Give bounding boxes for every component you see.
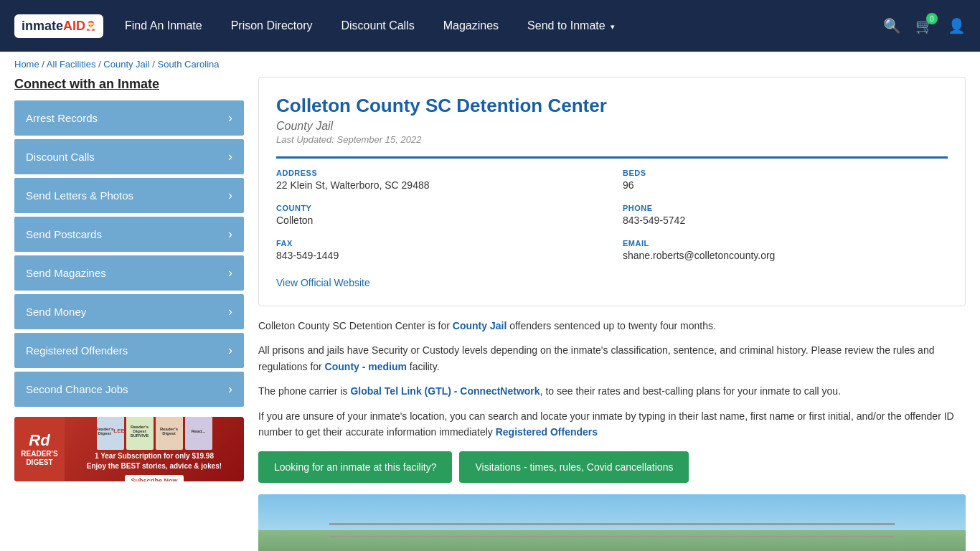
sidebar-arrow-registered-offenders: › [228,343,232,358]
nav-link-send-to-inmate[interactable]: Send to Inmate ▾ [527,19,615,32]
breadcrumb: Home / All Facilities / County Jail / So… [0,52,980,77]
gtl-link[interactable]: Global Tel Link (GTL) - ConnectNetwork [350,385,540,397]
county-block: COUNTY Colleton [276,204,601,226]
sidebar-item-send-letters-photos[interactable]: Send Letters & Photos › [14,178,244,213]
action-buttons: Looking for an inmate at this facility? … [258,451,966,483]
facility-card: Colleton County SC Detention Center Coun… [258,77,966,306]
sidebar-arrow-second-chance-jobs: › [228,382,232,397]
logo-text-inmate: inmate [22,19,63,34]
beds-block: BEDS 96 [623,169,948,191]
navbar: inmate AID 🎅 Find An Inmate Prison Direc… [0,0,980,52]
desc-para4-pre: If you are unsure of your inmate's locat… [258,410,954,438]
logo-box: inmate AID 🎅 [14,14,103,38]
description-para-1: Colleton County SC Detention Center is f… [258,318,966,334]
logo-text-aid: AID [63,19,85,34]
address-block: ADDRESS 22 Klein St, Walterboro, SC 2948… [276,169,601,191]
email-block: EMAIL shane.roberts@colletoncounty.org [623,239,948,261]
sidebar-arrow-arrest-records: › [228,110,232,126]
breadcrumb-home[interactable]: Home [14,59,39,70]
description-para-2: All prisons and jails have Security or C… [258,342,966,375]
nav-icons: 🔍 🛒 0 👤 [883,17,966,34]
sidebar-item-send-magazines[interactable]: Send Magazines › [14,255,244,291]
ad-book-1: Reader'sDigestLEE [97,417,124,450]
beds-label: BEDS [623,169,948,177]
address-value: 22 Klein St, Walterboro, SC 29488 [276,179,601,191]
sidebar-ad: Rd READER'S DIGEST Reader'sDigestLEE Rea… [14,417,244,481]
user-button[interactable]: 👤 [948,17,966,34]
ad-rd-abbreviation: Rd [29,431,50,450]
cart-button[interactable]: 🛒 0 [915,17,933,34]
facility-name: Colleton County SC Detention Center [276,95,948,117]
ad-covers: Reader'sDigestLEE Reader'sDigestSURVIVE … [65,417,244,481]
sidebar-item-discount-calls[interactable]: Discount Calls › [14,139,244,174]
nav-item-prison-directory[interactable]: Prison Directory [231,19,313,32]
sidebar-arrow-send-postcards: › [228,227,232,242]
desc-para1-pre: Colleton County SC Detention Center is f… [258,320,453,331]
sidebar-label-discount-calls: Discount Calls [26,151,95,163]
county-value: Colleton [276,215,601,226]
phone-value: 843-549-5742 [623,215,948,226]
send-to-inmate-dropdown-icon: ▾ [611,22,615,31]
sidebar-label-second-chance-jobs: Second Chance Jobs [26,383,128,395]
ad-subscribe-button[interactable]: Subscribe Now [125,475,183,482]
address-label: ADDRESS [276,169,601,177]
email-value: shane.roberts@colletoncounty.org [623,250,948,261]
logo-hat-icon: 🎅 [85,21,96,31]
county-medium-link[interactable]: County - medium [325,361,407,372]
find-inmate-button[interactable]: Looking for an inmate at this facility? [258,451,452,483]
facility-type: County Jail [276,120,948,133]
desc-para1-post: offenders sentenced up to twenty four mo… [507,320,716,331]
nav-item-send-to-inmate[interactable]: Send to Inmate ▾ [527,19,615,32]
breadcrumb-county-jail[interactable]: County Jail [103,59,149,70]
sidebar-item-send-postcards[interactable]: Send Postcards › [14,217,244,252]
sidebar-label-send-letters: Send Letters & Photos [26,189,133,202]
nav-item-discount-calls[interactable]: Discount Calls [341,19,414,32]
desc-para3-pre: The phone carrier is [258,385,350,397]
nav-link-find-inmate[interactable]: Find An Inmate [125,19,202,32]
ad-books: Reader'sDigestLEE Reader'sDigestSURVIVE … [97,417,212,450]
sidebar-arrow-send-money: › [228,304,232,319]
ad-rd-fullname: READER'S DIGEST [14,450,65,467]
sidebar-arrow-discount-calls: › [228,149,232,164]
email-label: EMAIL [623,239,948,248]
sidebar-item-second-chance-jobs[interactable]: Second Chance Jobs › [14,372,244,407]
sidebar-label-arrest-records: Arrest Records [26,112,98,124]
description-para-3: The phone carrier is Global Tel Link (GT… [258,383,966,399]
sidebar-label-send-money: Send Money [26,306,86,318]
nav-item-find-inmate[interactable]: Find An Inmate [125,19,202,32]
sidebar-label-send-postcards: Send Postcards [26,228,102,240]
cart-badge: 0 [926,13,938,24]
registered-offenders-link[interactable]: Registered Offenders [496,426,598,438]
ad-tagline-1: 1 Year Subscription for only $19.98 [95,452,214,460]
nav-links: Find An Inmate Prison Directory Discount… [125,19,883,32]
sidebar: Connect with an Inmate Arrest Records › … [14,77,244,551]
sidebar-item-registered-offenders[interactable]: Registered Offenders › [14,333,244,368]
sidebar-item-arrest-records[interactable]: Arrest Records › [14,100,244,136]
facility-details: ADDRESS 22 Klein St, Walterboro, SC 2948… [276,156,948,288]
county-label: COUNTY [276,204,601,212]
ad-book-4: Read... [185,417,212,450]
breadcrumb-south-carolina[interactable]: South Carolina [157,59,219,70]
sidebar-menu: Arrest Records › Discount Calls › Send L… [14,100,244,407]
breadcrumb-all-facilities[interactable]: All Facilities [47,59,96,70]
sidebar-arrow-send-magazines: › [228,265,232,281]
ad-rd-logo: Rd READER'S DIGEST [14,417,65,481]
facility-image-fence [329,523,895,537]
sidebar-label-registered-offenders: Registered Offenders [26,344,128,357]
official-link-row: View Official Website [276,277,948,288]
fax-block: FAX 843-549-1449 [276,239,601,261]
description-para-4: If you are unsure of your inmate's locat… [258,408,966,441]
nav-item-magazines[interactable]: Magazines [443,19,499,32]
logo-container: inmate AID 🎅 [14,14,103,38]
search-button[interactable]: 🔍 [883,17,901,34]
nav-link-discount-calls[interactable]: Discount Calls [341,19,414,32]
main-layout: Connect with an Inmate Arrest Records › … [0,77,980,551]
official-website-link[interactable]: View Official Website [276,277,370,288]
desc-para2-post: facility. [407,361,440,372]
nav-link-prison-directory[interactable]: Prison Directory [231,19,313,32]
visitations-button[interactable]: Visitations - times, rules, Covid cancel… [459,451,689,483]
sidebar-arrow-send-letters: › [228,188,232,203]
nav-link-magazines[interactable]: Magazines [443,19,499,32]
county-jail-link[interactable]: County Jail [453,320,507,331]
sidebar-item-send-money[interactable]: Send Money › [14,294,244,329]
